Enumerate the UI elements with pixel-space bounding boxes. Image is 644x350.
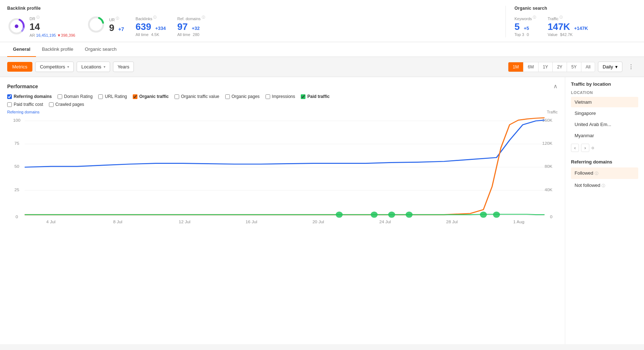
cb-crawled-pages-input[interactable] bbox=[49, 102, 54, 107]
referring-domains-panel-title: Referring domains bbox=[571, 159, 638, 165]
cb-paid-traffic-cost-label: Paid traffic cost bbox=[14, 102, 43, 107]
keywords-label: Keywords ⓘ bbox=[514, 15, 536, 21]
time-btn-5y[interactable]: 5Y bbox=[567, 62, 581, 72]
svg-text:80K: 80K bbox=[545, 165, 553, 169]
organic-metrics-row: Keywords ⓘ 5 +5 Top 3 0 Traffic ⓘ 147K bbox=[514, 15, 637, 37]
backlinks-metric: Backlinks ⓘ 639 +334 All time 4.5K bbox=[136, 15, 166, 37]
location-vietnam[interactable]: Vietnam bbox=[571, 97, 638, 107]
tab-organic-search[interactable]: Organic search bbox=[79, 42, 122, 57]
cb-paid-traffic-cost[interactable]: Paid traffic cost bbox=[7, 102, 43, 107]
rd-not-followed[interactable]: Not followed ⓘ bbox=[571, 180, 638, 191]
svg-text:75: 75 bbox=[14, 142, 19, 145]
dot-6 bbox=[493, 212, 500, 218]
svg-text:8 Jul: 8 Jul bbox=[113, 220, 122, 224]
svg-text:25: 25 bbox=[14, 188, 19, 192]
dr-values: DR ⓘ 14 AR 16,451,195 ▼398,396 bbox=[30, 15, 75, 37]
cb-domain-rating[interactable]: Domain Rating bbox=[58, 94, 92, 99]
locations-chevron-icon: ▾ bbox=[104, 65, 105, 69]
cb-paid-traffic-cost-input[interactable] bbox=[7, 102, 12, 107]
keywords-value: 5 +5 bbox=[514, 22, 536, 32]
time-btn-1m[interactable]: 1M bbox=[508, 62, 523, 72]
blue-line bbox=[25, 120, 545, 167]
cb-impressions[interactable]: Impressions bbox=[266, 94, 295, 99]
svg-text:40K: 40K bbox=[545, 188, 553, 192]
cb-url-rating-input[interactable] bbox=[98, 94, 103, 99]
dot-4 bbox=[405, 212, 412, 218]
more-options-button[interactable]: ⋮ bbox=[625, 61, 637, 72]
location-singapore[interactable]: Singapore bbox=[571, 108, 638, 118]
collapse-button[interactable]: ∧ bbox=[553, 83, 558, 90]
metrics-button[interactable]: Metrics bbox=[7, 62, 32, 72]
ref-domains-metric: Ref. domains ⓘ 97 +32 All time 280 bbox=[177, 15, 205, 37]
ur-ring-svg bbox=[87, 15, 105, 34]
cb-impressions-input[interactable] bbox=[266, 94, 270, 99]
svg-text:16 Jul: 16 Jul bbox=[246, 220, 257, 224]
right-panel: Traffic by location Location Vietnam Sin… bbox=[565, 77, 644, 344]
cb-organic-traffic-value[interactable]: Organic traffic value bbox=[174, 94, 219, 99]
location-uae[interactable]: United Arab Em... bbox=[571, 119, 638, 130]
time-btn-1y[interactable]: 1Y bbox=[539, 62, 553, 72]
competitors-chevron-icon: ▾ bbox=[67, 65, 69, 69]
next-location-button[interactable]: › bbox=[581, 144, 589, 152]
chart-svg: 100 75 50 25 0 160K 120K 80K 40K 0 4 Jul bbox=[7, 117, 558, 225]
organic-title: Organic search bbox=[514, 6, 637, 11]
svg-text:4 Jul: 4 Jul bbox=[46, 220, 56, 224]
performance-header: Performance ∧ bbox=[7, 83, 558, 90]
competitors-dropdown[interactable]: Competitors ▾ bbox=[35, 62, 74, 72]
referring-domains-list: Followed ⓘ Not followed ⓘ bbox=[571, 167, 638, 191]
cb-domain-rating-input[interactable] bbox=[58, 94, 62, 99]
dr-ring bbox=[7, 17, 26, 36]
tab-backlink-profile[interactable]: Backlink profile bbox=[36, 42, 79, 57]
time-btn-6m[interactable]: 6M bbox=[523, 62, 539, 72]
cb-crawled-pages-label: Crawled pages bbox=[55, 102, 84, 107]
years-button[interactable]: Years bbox=[113, 62, 134, 72]
keywords-top3: Top 3 0 bbox=[514, 32, 536, 37]
cb-url-rating[interactable]: URL Rating bbox=[98, 94, 127, 99]
followed-info-icon: ⓘ bbox=[595, 171, 598, 175]
toolbar: Metrics Competitors ▾ Locations ▾ Years … bbox=[0, 57, 644, 77]
svg-text:0: 0 bbox=[15, 215, 18, 219]
svg-text:20 Jul: 20 Jul bbox=[312, 220, 324, 224]
traffic-value: 147K +147K bbox=[548, 22, 588, 32]
dr-value: 14 bbox=[30, 22, 75, 32]
cb-referring-domains-input[interactable] bbox=[7, 94, 12, 99]
ar-row: AR 16,451,195 ▼398,396 bbox=[30, 33, 75, 37]
cb-paid-traffic[interactable]: Paid traffic bbox=[301, 94, 330, 99]
performance-title: Performance bbox=[7, 84, 38, 89]
traffic-value-sub: Value $42.7K bbox=[548, 32, 588, 37]
cb-organic-pages-label: Organic pages bbox=[232, 94, 260, 99]
location-myanmar[interactable]: Myanmar bbox=[571, 130, 638, 141]
locations-dropdown[interactable]: Locations ▾ bbox=[77, 62, 110, 72]
cb-paid-traffic-input[interactable] bbox=[301, 94, 305, 99]
cb-url-rating-label: URL Rating bbox=[105, 94, 127, 99]
rd-followed[interactable]: Followed ⓘ bbox=[571, 167, 638, 179]
time-btn-all[interactable]: All bbox=[581, 62, 595, 72]
traffic-by-location-title: Traffic by location bbox=[571, 81, 638, 87]
traffic-label: Traffic ⓘ bbox=[548, 15, 588, 21]
granularity-dropdown[interactable]: Daily ▾ bbox=[598, 62, 622, 72]
backlinks-label: Backlinks ⓘ bbox=[136, 15, 166, 21]
traffic-metric: Traffic ⓘ 147K +147K Value $42.7K bbox=[548, 15, 588, 37]
location-pagination: ‹ › ○ bbox=[571, 144, 638, 152]
cb-referring-domains-label: Referring domains bbox=[14, 94, 52, 99]
cb-organic-pages-input[interactable] bbox=[225, 94, 230, 99]
ur-value: 9 +7 bbox=[109, 23, 124, 33]
svg-text:24 Jul: 24 Jul bbox=[379, 220, 391, 224]
green-line bbox=[25, 214, 545, 215]
cb-referring-domains[interactable]: Referring domains bbox=[7, 94, 52, 99]
chart-panel: Performance ∧ Referring domains Domain R… bbox=[0, 77, 565, 344]
cb-organic-pages[interactable]: Organic pages bbox=[225, 94, 260, 99]
cb-organic-traffic-value-input[interactable] bbox=[174, 94, 179, 99]
cb-crawled-pages[interactable]: Crawled pages bbox=[49, 102, 84, 107]
cb-organic-traffic-input[interactable] bbox=[133, 94, 137, 99]
not-followed-info-icon: ⓘ bbox=[602, 184, 605, 188]
prev-location-button[interactable]: ‹ bbox=[571, 144, 579, 152]
chart-left-label: Referring domains bbox=[7, 110, 40, 114]
cb-domain-rating-label: Domain Rating bbox=[64, 94, 92, 99]
tab-general[interactable]: General bbox=[7, 42, 36, 57]
ur-values: UR ⓘ 9 +7 bbox=[109, 16, 124, 33]
chart-area: Referring domains Traffic 100 75 50 25 0… bbox=[7, 110, 558, 218]
cb-organic-traffic[interactable]: Organic traffic bbox=[133, 94, 169, 99]
time-btn-2y[interactable]: 2Y bbox=[553, 62, 567, 72]
backlink-title: Backlink profile bbox=[7, 6, 497, 11]
